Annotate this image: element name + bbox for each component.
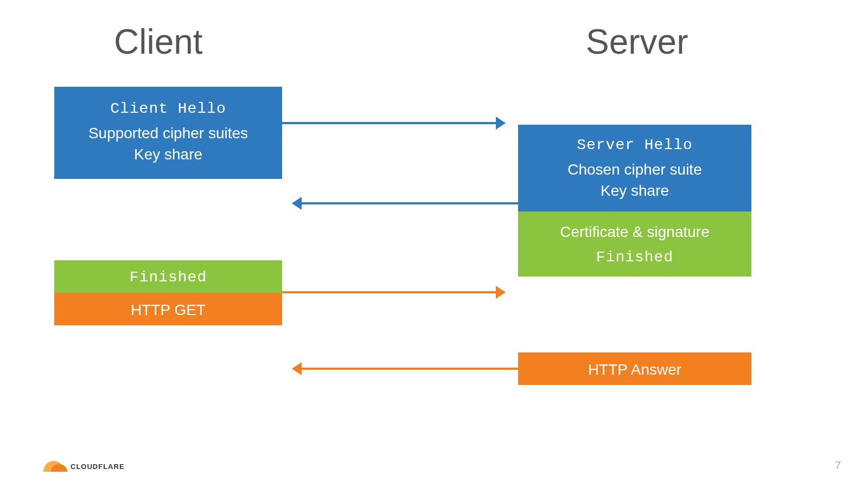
client-finished: Finished bbox=[54, 267, 282, 288]
client-finished-box: Finished bbox=[54, 260, 282, 293]
server-http-box: HTTP Answer bbox=[518, 352, 751, 385]
server-cert-finished: Finished bbox=[518, 247, 751, 268]
server-heading: Server bbox=[586, 22, 688, 62]
server-hello-title: Server Hello bbox=[518, 137, 751, 153]
arrow-http-get bbox=[282, 291, 505, 293]
client-http-box: HTTP GET bbox=[54, 293, 282, 325]
client-hello-line2: Key share bbox=[54, 144, 282, 165]
cloudflare-icon bbox=[43, 461, 67, 472]
cloudflare-text: CLOUDFLARE bbox=[71, 463, 125, 471]
server-cert-line1: Certificate & signature bbox=[518, 221, 751, 242]
client-hello-line1: Supported cipher suites bbox=[54, 123, 282, 144]
server-hello-line1: Chosen cipher suite bbox=[518, 159, 751, 180]
page-number: 7 bbox=[835, 459, 841, 472]
arrow-server-hello bbox=[293, 202, 518, 204]
client-hello-box: Client Hello Supported cipher suites Key… bbox=[54, 87, 282, 179]
server-cert-box: Certificate & signature Finished bbox=[518, 211, 751, 277]
client-http-get: HTTP GET bbox=[54, 299, 282, 320]
server-http-answer: HTTP Answer bbox=[518, 359, 751, 380]
server-hello-box: Server Hello Chosen cipher suite Key sha… bbox=[518, 125, 751, 211]
server-hello-line2: Key share bbox=[518, 180, 751, 201]
client-heading: Client bbox=[114, 22, 203, 62]
client-hello-title: Client Hello bbox=[54, 100, 282, 117]
cloudflare-logo: CLOUDFLARE bbox=[43, 461, 125, 472]
arrow-client-hello bbox=[282, 122, 505, 124]
arrow-http-answer bbox=[293, 368, 518, 370]
